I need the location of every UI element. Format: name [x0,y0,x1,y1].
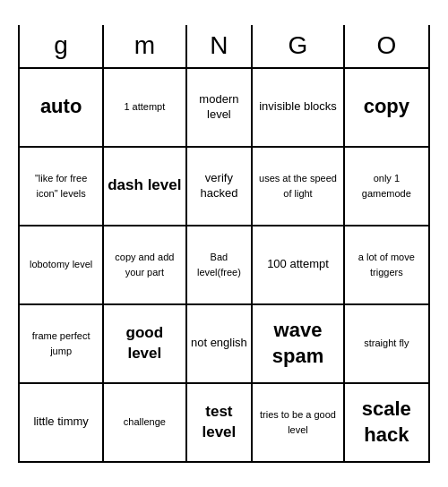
cell-0-4: copy [344,68,429,147]
header-col-g: g [19,25,103,68]
cell-3-1: good level [103,304,185,383]
table-row-0: auto1 attemptmodern levelinvisible block… [19,68,429,147]
cell-text-4-0: little timmy [33,414,88,428]
cell-4-0: little timmy [19,383,103,462]
table-row-3: frame perfect jumpgood levelnot englishw… [19,304,429,383]
cell-4-3: tries to be a good level [252,383,343,462]
cell-text-0-0: auto [40,95,82,117]
cell-4-2: test level [186,383,253,462]
cell-1-2: verify hacked [186,147,253,226]
cell-0-1: 1 attempt [103,68,185,147]
cell-4-4: scale hack [344,383,429,462]
header-col-O: O [344,25,429,68]
cell-0-0: auto [19,68,103,147]
cell-1-4: only 1 gamemode [344,147,429,226]
table-row-2: lobotomy levelcopy and add your partBad … [19,226,429,304]
cell-3-3: wave spam [252,304,343,383]
table-row-4: little timmychallengetest leveltries to … [19,383,429,462]
cell-text-1-3: uses at the speed of light [259,173,337,199]
cell-2-1: copy and add your part [103,226,185,304]
cell-text-3-0: frame perfect jump [32,330,90,356]
cell-1-0: "like for free icon" levels [19,147,103,226]
cell-text-2-1: copy and add your part [115,252,174,278]
cell-text-3-4: straight fly [364,337,409,348]
cell-2-0: lobotomy level [19,226,103,304]
header-col-m: m [103,25,185,68]
cell-1-3: uses at the speed of light [252,147,343,226]
cell-0-3: invisible blocks [252,68,343,147]
cell-text-1-4: only 1 gamemode [362,173,411,199]
cell-3-0: frame perfect jump [19,304,103,383]
bingo-card: gmNGO auto1 attemptmodern levelinvisible… [9,16,439,472]
cell-text-4-4: scale hack [362,397,411,446]
cell-3-4: straight fly [344,304,429,383]
cell-2-3: 100 attempt [252,226,343,304]
cell-4-1: challenge [103,383,185,462]
header-col-G: G [252,25,343,68]
cell-text-3-3: wave spam [272,319,323,367]
cell-text-1-0: "like for free icon" levels [35,173,87,199]
cell-2-2: Bad level(free) [186,226,253,304]
bingo-table: gmNGO auto1 attemptmodern levelinvisible… [18,25,430,463]
cell-text-2-0: lobotomy level [30,259,92,269]
cell-text-0-2: modern level [199,92,238,121]
cell-1-1: dash level [103,147,185,226]
cell-text-0-3: invisible blocks [259,99,337,113]
table-row-1: "like for free icon" levelsdash levelver… [19,147,429,226]
cell-text-3-1: good level [126,324,164,361]
cell-text-0-4: copy [364,95,409,117]
cell-text-2-3: 100 attempt [267,257,329,270]
cell-0-2: modern level [186,68,253,147]
cell-text-2-4: a lot of move triggers [358,252,415,278]
cell-text-4-3: tries to be a good level [260,409,336,435]
cell-3-2: not english [186,304,253,383]
cell-text-2-2: Bad level(free) [197,252,241,278]
cell-text-1-1: dash level [108,176,181,193]
cell-text-1-2: verify hacked [200,171,237,200]
cell-text-0-1: 1 attempt [124,101,165,112]
header-col-N: N [186,25,253,68]
cell-text-4-1: challenge [124,416,166,427]
cell-text-3-2: not english [191,336,247,349]
cell-2-4: a lot of move triggers [344,226,429,304]
cell-text-4-2: test level [202,403,236,440]
